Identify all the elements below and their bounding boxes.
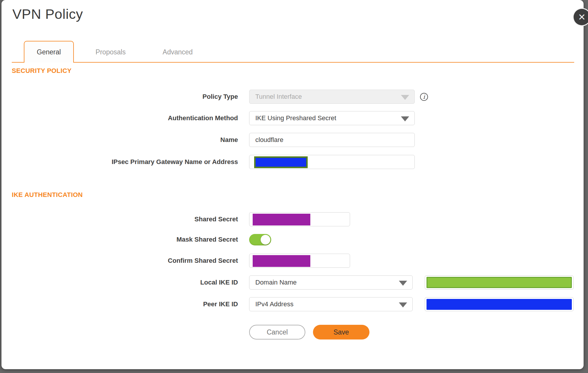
tab-general[interactable]: General: [24, 41, 74, 63]
info-icon[interactable]: i: [420, 93, 428, 101]
page-title: VPN Policy: [12, 6, 83, 22]
peer-ike-id-select[interactable]: IPv4 Address: [249, 297, 413, 311]
tab-general-label: General: [37, 48, 61, 56]
mask-shared-secret-toggle[interactable]: [249, 234, 271, 245]
policy-type-value: Tunnel Interface: [255, 93, 302, 101]
tab-proposals-label: Proposals: [96, 48, 126, 56]
local-ike-id-label: Local IKE ID: [12, 279, 238, 286]
tab-advanced-label: Advanced: [163, 48, 193, 56]
tab-advanced[interactable]: Advanced: [153, 41, 203, 63]
confirm-shared-secret-input[interactable]: [249, 254, 350, 268]
shared-secret-input[interactable]: [249, 212, 350, 226]
auth-method-row: Authentication Method IKE Using Preshare…: [12, 111, 415, 125]
cancel-button[interactable]: Cancel: [249, 325, 305, 339]
shared-secret-row: Shared Secret: [12, 212, 350, 226]
gateway-input[interactable]: [249, 155, 415, 169]
confirm-shared-secret-label: Confirm Shared Secret: [12, 257, 238, 265]
auth-method-select[interactable]: IKE Using Preshared Secret: [249, 111, 415, 125]
local-ike-id-value: Domain Name: [255, 279, 297, 286]
gateway-redaction: [254, 156, 308, 168]
auth-method-label: Authentication Method: [12, 114, 238, 122]
chevron-down-icon: [401, 116, 409, 121]
chevron-down-icon: [399, 281, 407, 286]
action-buttons-row: Cancel Save: [12, 325, 369, 339]
security-policy-heading: SECURITY POLICY: [12, 67, 71, 75]
vpn-policy-dialog: VPN Policy General Proposals Advanced SE…: [1, 0, 584, 369]
chevron-down-icon: [401, 95, 409, 100]
confirm-shared-secret-row: Confirm Shared Secret: [12, 254, 350, 268]
gateway-row: IPsec Primary Gateway Name or Address: [12, 155, 415, 169]
policy-type-row: Policy Type Tunnel Interface i: [12, 90, 428, 104]
local-ike-id-row: Local IKE ID Domain Name: [12, 275, 574, 290]
name-input[interactable]: [249, 133, 415, 147]
auth-method-value: IKE Using Preshared Secret: [255, 114, 336, 122]
chevron-down-icon: [399, 302, 407, 307]
ike-authentication-heading: IKE AUTHENTICATION: [12, 191, 83, 199]
gateway-label: IPsec Primary Gateway Name or Address: [12, 158, 238, 166]
peer-ike-id-label: Peer IKE ID: [12, 300, 238, 308]
mask-shared-secret-label: Mask Shared Secret: [12, 236, 238, 243]
mask-shared-secret-row: Mask Shared Secret: [12, 233, 271, 247]
name-row: Name: [12, 133, 415, 147]
peer-ike-id-redaction: [427, 299, 572, 310]
peer-ike-id-row: Peer IKE ID IPv4 Address: [12, 297, 574, 311]
shared-secret-label: Shared Secret: [12, 215, 238, 223]
confirm-shared-secret-redaction: [253, 255, 310, 267]
local-ike-id-input[interactable]: [425, 275, 574, 290]
policy-type-label: Policy Type: [12, 93, 238, 101]
toggle-knob: [261, 235, 270, 245]
peer-ike-id-input[interactable]: [425, 297, 574, 311]
name-label: Name: [12, 136, 238, 144]
local-ike-id-redaction: [427, 277, 572, 288]
policy-type-select: Tunnel Interface: [249, 90, 415, 104]
save-button[interactable]: Save: [313, 325, 369, 339]
peer-ike-id-value: IPv4 Address: [255, 300, 294, 308]
close-icon: ✕: [578, 13, 586, 22]
tab-proposals[interactable]: Proposals: [86, 41, 136, 63]
local-ike-id-select[interactable]: Domain Name: [249, 275, 413, 290]
shared-secret-redaction: [253, 214, 310, 225]
